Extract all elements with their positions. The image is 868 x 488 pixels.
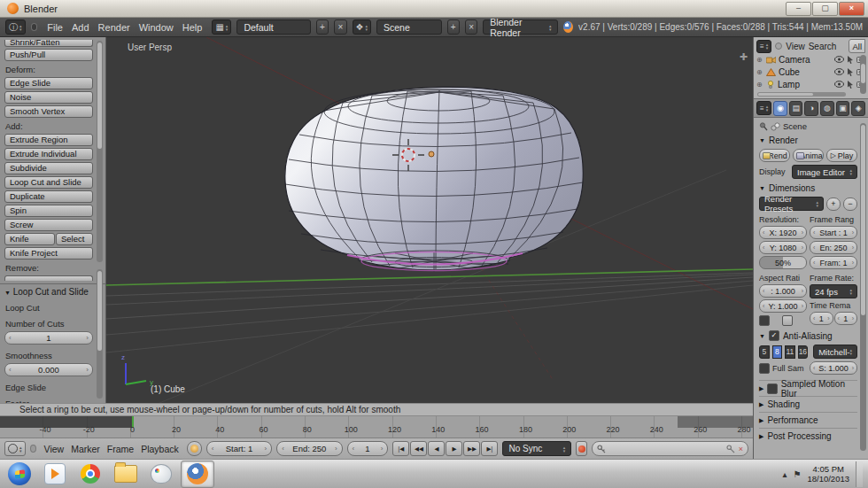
tab-constraints[interactable]: ◈ — [851, 101, 865, 116]
full-sample-checkbox[interactable] — [759, 363, 770, 374]
properties-editor-selector[interactable]: ≡ ▴▾ — [756, 101, 771, 115]
jump-to-end-button[interactable]: ▶| — [481, 441, 498, 456]
selectability-cursor-icon[interactable] — [847, 68, 854, 76]
menu-item[interactable]: Render — [94, 22, 135, 33]
screen-layout-field[interactable]: Default — [236, 19, 310, 35]
decrement-icon[interactable]: ‹ — [9, 334, 12, 342]
maximize-button[interactable]: ▢ — [812, 2, 838, 16]
scene-icon-button[interactable]: ❖ ▴▾ — [353, 19, 371, 35]
outliner-menu-search[interactable]: Search — [809, 42, 837, 51]
visibility-eye-icon[interactable] — [834, 81, 844, 88]
show-desktop-button[interactable] — [856, 461, 863, 487]
remove-preset-button[interactable]: − — [843, 198, 857, 211]
aa-samples-16[interactable]: 16 — [798, 345, 809, 359]
menu-item[interactable]: Help — [178, 22, 207, 33]
outliner-row-cube[interactable]: ⊕ Cube — [756, 66, 865, 78]
render-still-button[interactable]: Rend — [759, 149, 790, 162]
timeline-ruler[interactable]: -40-200204060801001201401601802002202402… — [0, 416, 753, 438]
resolution-y-field[interactable]: ‹Y: 1080› — [759, 241, 807, 254]
frame-step-field[interactable]: ‹Fram: 1› — [810, 256, 857, 269]
aa-samples-5[interactable]: 5 — [759, 345, 770, 359]
delete-key-icon[interactable]: × — [739, 445, 743, 453]
viewport-3d[interactable]: z y User Persp (1) Cube ✚ Shrink/Fatten … — [0, 37, 753, 403]
section-sampled-motion-blur[interactable]: ▶ Sampled Motion Blur — [759, 380, 857, 396]
render-engine-dropdown[interactable]: Blender Render ▴▾ — [483, 19, 558, 35]
tab-object[interactable]: ◍ — [820, 101, 834, 116]
tool-button[interactable]: Extrude Region — [4, 134, 93, 146]
outliner-row-lamp[interactable]: ⊕ Lamp — [756, 78, 865, 90]
play-reverse-button[interactable]: ◀ — [428, 441, 445, 456]
start-button[interactable] — [4, 461, 35, 487]
border-checkbox[interactable] — [759, 315, 770, 326]
add-preset-button[interactable]: + — [826, 198, 841, 211]
frame-end-field[interactable]: ‹En: 250› — [810, 241, 857, 254]
timeline-menu-item[interactable]: View — [41, 444, 68, 454]
delete-scene-button[interactable]: × — [465, 19, 477, 35]
motion-blur-checkbox[interactable] — [767, 383, 777, 394]
collapse-menus-dot[interactable] — [31, 23, 38, 31]
remap-new-field[interactable]: ‹1› — [834, 312, 858, 325]
screen-layout-icon-button[interactable]: ▦ ▴▾ — [212, 19, 231, 35]
display-dropdown[interactable]: Image Editor ▴▾ — [792, 165, 857, 179]
aspect-y-field[interactable]: ‹Y: 1.000› — [759, 299, 807, 313]
render-presets-dropdown[interactable]: Render Presets ▴▾ — [759, 197, 824, 211]
smoothness-field[interactable]: ‹ 0.000 › — [4, 363, 93, 376]
section-shading[interactable]: ▶ Shading — [759, 396, 857, 412]
fps-dropdown[interactable]: 24 fps ▴▾ — [810, 284, 857, 298]
next-keyframe-button[interactable]: ▶▶ — [463, 441, 480, 456]
cube-mesh-object[interactable] — [285, 87, 583, 272]
collapse-menus-dot[interactable] — [775, 43, 782, 50]
collapse-menus-dot[interactable] — [30, 445, 36, 453]
selectability-cursor-icon[interactable] — [847, 56, 854, 64]
add-layout-button[interactable]: + — [316, 19, 329, 35]
play-rendered-button[interactable]: ▷ Play — [826, 149, 857, 162]
tool-button-clipped[interactable]: Shrink/Fatten — [4, 40, 93, 47]
number-of-cuts-field[interactable]: ‹ 1 › — [4, 331, 93, 345]
increment-icon[interactable]: › — [86, 366, 89, 374]
antialiasing-checkbox[interactable]: ✓ — [769, 330, 779, 341]
tool-button[interactable]: Noise — [4, 91, 93, 104]
play-button[interactable]: ▶ — [446, 441, 462, 456]
expand-icon[interactable]: ⊕ — [756, 81, 763, 89]
section-performance[interactable]: ▶ Performance — [759, 412, 857, 428]
menu-item[interactable]: Window — [135, 22, 178, 33]
section-post-processing[interactable]: ▶ Post Processing — [759, 428, 857, 444]
taskbar-file-explorer[interactable] — [110, 461, 142, 487]
tool-button[interactable]: Subdivide — [4, 162, 93, 174]
selectability-cursor-icon[interactable] — [847, 81, 854, 89]
outliner-menu-view[interactable]: View — [786, 42, 805, 51]
close-button[interactable]: × — [839, 2, 864, 16]
properties-scrollbar[interactable] — [860, 123, 866, 451]
tray-flag-icon[interactable]: ⚑ — [793, 469, 801, 479]
jump-to-start-button[interactable]: |◀ — [392, 441, 409, 456]
tool-button[interactable]: Push/Pull — [4, 49, 93, 61]
aa-samples-11[interactable]: 11 — [785, 345, 795, 359]
record-button[interactable] — [576, 441, 587, 456]
editor-type-selector[interactable]: ⓘ ▴▾ — [5, 19, 26, 35]
tab-scene[interactable]: ▤ — [789, 101, 803, 116]
tool-button[interactable]: Spin — [4, 205, 93, 217]
insert-key-icon[interactable] — [726, 445, 735, 453]
tool-button[interactable]: Screw — [4, 219, 93, 231]
tool-button[interactable]: Smooth Vertex — [4, 105, 93, 118]
keying-set-field[interactable]: × — [592, 441, 748, 456]
timeline-editor-selector[interactable]: ▴▾ — [4, 441, 26, 456]
expand-icon[interactable]: ⊕ — [756, 68, 763, 76]
taskbar-clock[interactable]: 4:05 PM 18/10/2013 — [807, 464, 849, 484]
delete-layout-button[interactable]: × — [334, 19, 346, 35]
taskbar-media-player[interactable] — [39, 461, 71, 487]
open-sidebar-plus-icon[interactable]: ✚ — [740, 51, 748, 63]
pin-icon[interactable] — [759, 122, 768, 131]
taskbar-chrome[interactable] — [74, 461, 106, 487]
timeline-menu-item[interactable]: Marker — [67, 444, 104, 454]
outliner-display-mode-dropdown[interactable]: All — [849, 39, 865, 53]
operator-panel-header[interactable]: ▼ Loop Cut and Slide — [4, 287, 93, 297]
timeline-menu-item[interactable]: Frame — [104, 444, 137, 454]
current-frame-field[interactable]: ‹ 1 › — [347, 441, 389, 456]
toolshelf-scrollbar[interactable] — [97, 41, 103, 262]
aa-filter-dropdown[interactable]: Mitchell- ▴▾ — [813, 345, 857, 359]
prev-keyframe-button[interactable]: ◀◀ — [410, 441, 427, 456]
tool-button[interactable]: Extrude Individual — [4, 148, 93, 160]
tab-modifiers[interactable]: ▣ — [836, 101, 850, 116]
crop-checkbox[interactable] — [782, 315, 793, 326]
